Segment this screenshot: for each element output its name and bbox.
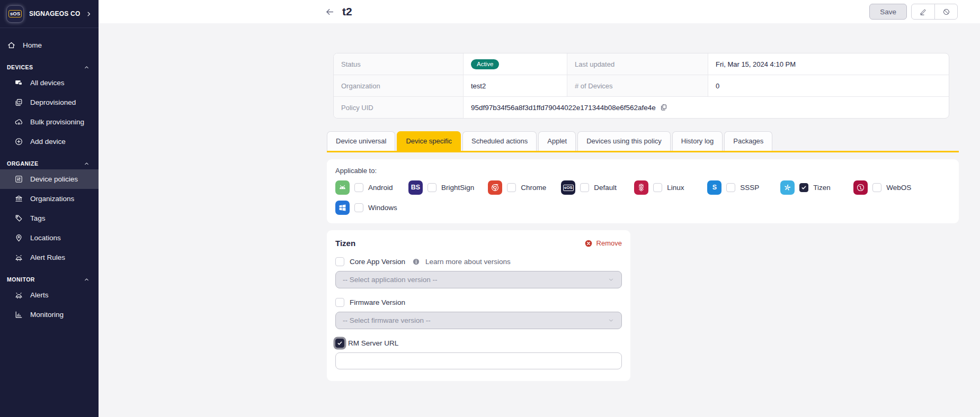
platform-linux: Linux bbox=[634, 180, 693, 195]
windows-checkbox[interactable] bbox=[354, 203, 363, 212]
sidebar-item-locations[interactable]: Locations bbox=[0, 228, 99, 248]
tab-scheduled-actions[interactable]: Scheduled actions bbox=[462, 131, 537, 151]
tab-devices-using-this-policy[interactable]: Devices using this policy bbox=[577, 131, 671, 151]
row-label: Organization bbox=[334, 75, 464, 96]
tab-bar: Device universalDevice specificScheduled… bbox=[327, 131, 959, 152]
row-label: # of Devices bbox=[567, 75, 708, 96]
chrome-checkbox[interactable] bbox=[507, 183, 516, 192]
org-switcher[interactable]: sOS SIGNAGEOS COMP... bbox=[0, 0, 99, 28]
sidebar-item-all-devices[interactable]: All devices bbox=[0, 73, 99, 93]
tizen-checkbox[interactable] bbox=[799, 183, 808, 192]
chevron-up-icon bbox=[84, 161, 90, 167]
row-value: test2 bbox=[464, 75, 567, 96]
platform-label: SSSP bbox=[740, 184, 759, 192]
brand-glyph: sOS bbox=[563, 185, 574, 191]
back-arrow-button[interactable] bbox=[325, 7, 335, 17]
policy-uid-value: 95df97b34f56a8f3d1ffd79044022e171344b08e… bbox=[471, 104, 656, 112]
remove-button[interactable]: Remove bbox=[584, 239, 622, 248]
page-title: t2 bbox=[342, 5, 352, 18]
platform-sssp: SSSSP bbox=[707, 180, 767, 195]
sidebar-item-label: Alert Rules bbox=[30, 253, 65, 261]
raspberrypi-icon bbox=[634, 180, 648, 195]
tab-history-log[interactable]: History log bbox=[672, 131, 723, 151]
linux-checkbox[interactable] bbox=[653, 183, 662, 192]
brightsign-checkbox[interactable] bbox=[427, 183, 436, 192]
tab-packages[interactable]: Packages bbox=[724, 131, 772, 151]
row-value: 0 bbox=[708, 75, 949, 96]
sidebar-item-label: Device policies bbox=[30, 175, 78, 183]
organizations-icon bbox=[14, 194, 23, 203]
webos-checkbox[interactable] bbox=[872, 183, 881, 192]
cell-text: Status bbox=[341, 60, 361, 68]
platform-webos: WebOS bbox=[853, 180, 913, 195]
learn-more-link[interactable]: Learn more about versions bbox=[425, 258, 511, 266]
sidebar-item-tags[interactable]: Tags bbox=[0, 208, 99, 228]
platform-android: Android bbox=[335, 180, 395, 195]
signageos-icon: sOS bbox=[561, 180, 575, 195]
rm-server-url-input[interactable] bbox=[335, 352, 622, 369]
sidebar-item-device-policies[interactable]: Device policies bbox=[0, 169, 99, 189]
brightsign-icon: BS bbox=[408, 180, 423, 195]
disable-button[interactable] bbox=[934, 4, 957, 19]
rm-server-url-checkbox[interactable] bbox=[335, 339, 344, 348]
sidebar-item-label: Deprovisioned bbox=[30, 98, 76, 106]
home-icon bbox=[7, 41, 16, 50]
firmware-version-select[interactable]: -- Select firmware version -- bbox=[335, 312, 622, 329]
row-label: Last updated bbox=[567, 53, 708, 75]
platform-windows: Windows bbox=[335, 201, 397, 215]
chevron-up-icon bbox=[84, 65, 90, 70]
chevron-right-icon bbox=[85, 11, 92, 17]
core-app-version-checkbox[interactable] bbox=[335, 257, 344, 266]
sidebar-item-label: Locations bbox=[30, 234, 61, 242]
sidebar-item-alerts[interactable]: Alerts bbox=[0, 285, 99, 305]
all-devices-icon bbox=[14, 78, 23, 87]
tab-device-universal[interactable]: Device universal bbox=[327, 131, 395, 151]
firmware-version-label: Firmware Version bbox=[350, 298, 405, 306]
overview-table: StatusActiveLast updatedFri, Mar 15, 202… bbox=[333, 53, 949, 119]
info-icon[interactable] bbox=[412, 258, 420, 266]
application-version-select[interactable]: -- Select application version -- bbox=[335, 271, 622, 288]
rm-server-url-label: RM Server URL bbox=[348, 339, 398, 347]
save-button[interactable]: Save bbox=[869, 4, 907, 20]
cell-text: # of Devices bbox=[575, 82, 613, 90]
tab-applet[interactable]: Applet bbox=[538, 131, 576, 151]
cell-text: Organization bbox=[341, 82, 380, 90]
default-checkbox[interactable] bbox=[580, 183, 589, 192]
tags-icon bbox=[14, 214, 23, 223]
platform-chrome: Chrome bbox=[488, 180, 547, 195]
chevron-up-icon bbox=[84, 277, 90, 283]
platform-label: Chrome bbox=[521, 184, 546, 192]
table-row: Policy UID95df97b34f56a8f3d1ffd79044022e… bbox=[334, 97, 949, 118]
sidebar-item-deprovisioned[interactable]: Deprovisioned bbox=[0, 93, 99, 112]
applicable-card: Applicable to: AndroidBSBrightSignChrome… bbox=[327, 159, 959, 223]
platform-default: sOSDefault bbox=[561, 180, 620, 195]
firmware-version-row: Firmware Version bbox=[335, 298, 622, 307]
sidebar-item-organizations[interactable]: Organizations bbox=[0, 189, 99, 208]
sidebar-item-home[interactable]: Home bbox=[0, 35, 99, 55]
copy-icon[interactable] bbox=[660, 104, 667, 111]
firmware-version-checkbox[interactable] bbox=[335, 298, 344, 307]
cell-text: test2 bbox=[471, 82, 486, 90]
row-label: Policy UID bbox=[334, 97, 464, 118]
sidebar-item-monitoring[interactable]: Monitoring bbox=[0, 305, 99, 324]
cell-text: Policy UID bbox=[341, 104, 373, 112]
applicable-label: Applicable to: bbox=[335, 167, 950, 175]
android-checkbox[interactable] bbox=[354, 183, 363, 192]
sidebar-item-bulk-provisioning[interactable]: Bulk provisioning bbox=[0, 112, 99, 132]
tab-device-specific[interactable]: Device specific bbox=[397, 131, 461, 151]
sidebar-item-alert-rules[interactable]: Alert Rules bbox=[0, 248, 99, 267]
table-row: Organizationtest2# of Devices0 bbox=[334, 75, 949, 97]
sidebar-section-organize[interactable]: ORGANIZE bbox=[0, 151, 99, 169]
edit-button[interactable] bbox=[912, 4, 934, 19]
cell-text: Fri, Mar 15, 2024 4:10 PM bbox=[716, 60, 796, 68]
remove-x-icon bbox=[584, 239, 593, 248]
section-label: MONITOR bbox=[7, 276, 35, 283]
sssp-checkbox[interactable] bbox=[726, 183, 735, 192]
platform-tizen: Tizen bbox=[780, 180, 840, 195]
sidebar-section-devices[interactable]: DEVICES bbox=[0, 55, 99, 73]
sidebar-section-monitor[interactable]: MONITOR bbox=[0, 267, 99, 285]
sidebar-item-add-device[interactable]: Add device bbox=[0, 132, 99, 151]
brand-glyph: S bbox=[712, 184, 717, 191]
monitoring-icon bbox=[14, 310, 23, 319]
table-row: StatusActiveLast updatedFri, Mar 15, 202… bbox=[334, 53, 949, 75]
